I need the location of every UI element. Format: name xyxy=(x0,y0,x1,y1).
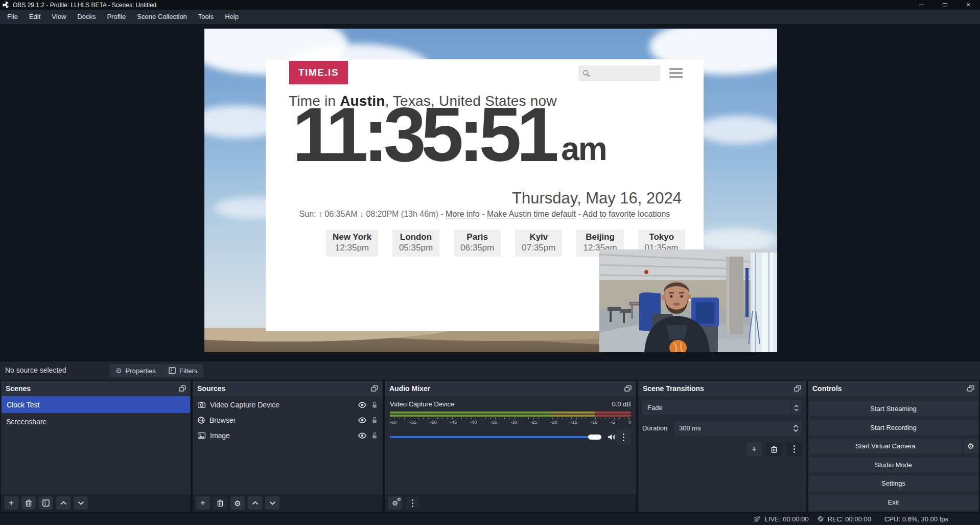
menu-scene-collection[interactable]: Scene Collection xyxy=(131,10,193,24)
move-scene-up-button[interactable] xyxy=(56,496,71,510)
studio-mode-button[interactable]: Studio Mode xyxy=(809,458,978,472)
mixer-channel-menu-button[interactable] xyxy=(616,429,631,445)
double-gear-icon: ⚙⚙ xyxy=(392,499,398,507)
scene-transitions-panel: Scene Transitions Fade Duration 300 ms + xyxy=(638,381,806,512)
duration-label: Duration xyxy=(642,424,674,432)
filter-icon xyxy=(42,499,50,507)
sources-header: Sources xyxy=(193,381,383,396)
program-video[interactable]: TIME.IS Time in Austin, Texas, United St… xyxy=(204,29,777,352)
gear-icon: ⚙ xyxy=(115,367,122,374)
start-streaming-button[interactable]: Start Streaming xyxy=(809,401,978,416)
lock-icon[interactable] xyxy=(371,401,378,408)
transition-properties-button[interactable] xyxy=(786,442,802,456)
mixer-menu-button[interactable] xyxy=(405,496,419,510)
webcam-source[interactable] xyxy=(599,249,777,352)
minimize-button[interactable] xyxy=(909,0,933,10)
move-scene-down-button[interactable] xyxy=(74,496,88,510)
start-recording-button[interactable]: Start Recording xyxy=(809,420,978,435)
volume-slider[interactable] xyxy=(390,436,601,438)
camera-icon xyxy=(198,402,205,408)
settings-button[interactable]: Settings xyxy=(809,476,978,491)
stream-inactive-icon xyxy=(753,516,761,522)
trash-icon xyxy=(217,499,223,507)
meter-scale: -60-55-50-45-40-35-30-25-20-15-10-50 xyxy=(390,420,631,425)
start-virtual-camera-button[interactable]: Start Virtual Camera xyxy=(809,439,962,453)
close-button[interactable]: ✕ xyxy=(956,0,980,10)
menu-view[interactable]: View xyxy=(46,10,72,24)
restore-icon xyxy=(943,3,947,7)
add-scene-button[interactable]: + xyxy=(4,496,18,510)
spin-arrows[interactable] xyxy=(793,425,799,432)
timeis-logo: TIME.IS xyxy=(289,61,348,84)
sun-info-line: Sun: ↑ 06:35AM ↓ 08:20PM (13h 46m) - Mor… xyxy=(266,210,704,219)
hamburger-menu-icon xyxy=(669,68,683,78)
lock-icon[interactable] xyxy=(371,432,378,439)
advanced-audio-button[interactable]: ⚙⚙ xyxy=(388,496,402,510)
exit-button[interactable]: Exit xyxy=(809,495,978,510)
source-context-toolbar: No source selected ⚙ Properties Filters xyxy=(0,361,980,380)
minimize-icon xyxy=(919,5,924,5)
sources-toolbar: + ⚙ xyxy=(193,494,383,512)
add-transition-button[interactable]: + xyxy=(746,442,762,456)
source-item-browser[interactable]: Browser xyxy=(193,413,383,428)
menu-profile[interactable]: Profile xyxy=(101,10,131,24)
mixer-toolbar: ⚙⚙ xyxy=(385,494,636,512)
webcam-video xyxy=(599,249,777,352)
volume-slider-handle[interactable] xyxy=(588,435,601,440)
controls-panel: Controls Start Streaming Start Recording… xyxy=(808,381,979,512)
time-digits: 11:35:51 xyxy=(292,103,554,166)
source-item-video-capture[interactable]: Video Capture Device xyxy=(193,397,383,413)
cpu-fps-status: CPU: 0.6%, 30.00 fps xyxy=(884,515,948,523)
visibility-eye-icon[interactable] xyxy=(358,402,367,408)
transition-select[interactable]: Fade xyxy=(642,400,802,415)
remove-scene-button[interactable] xyxy=(21,496,36,510)
virtual-camera-config-button[interactable]: ⚙ xyxy=(964,439,978,453)
source-item-image[interactable]: Image xyxy=(193,428,383,443)
kebab-menu-icon xyxy=(623,433,624,441)
filters-button[interactable]: Filters xyxy=(162,364,203,377)
current-date: Thursday, May 16, 2024 xyxy=(512,189,682,208)
move-source-up-button[interactable] xyxy=(248,496,262,510)
add-source-button[interactable]: + xyxy=(196,496,210,510)
maximize-button[interactable] xyxy=(933,0,956,10)
visibility-eye-icon[interactable] xyxy=(358,417,367,423)
visibility-eye-icon[interactable] xyxy=(358,432,367,439)
rec-status: REC: 00:00:00 xyxy=(817,515,871,523)
chevron-up-icon xyxy=(252,501,259,505)
city-box: London05:35pm xyxy=(392,230,439,257)
transitions-header: Scene Transitions xyxy=(638,381,806,396)
source-properties-button[interactable]: ⚙ xyxy=(230,496,245,510)
properties-button[interactable]: ⚙ Properties xyxy=(109,364,162,377)
chevron-down-icon xyxy=(78,501,84,505)
status-bar: LIVE: 00:00:00 REC: 00:00:00 CPU: 0.6%, … xyxy=(0,513,980,525)
lock-icon[interactable] xyxy=(371,417,378,424)
scene-item-clock-test[interactable]: Clock Test xyxy=(2,396,190,413)
move-source-down-button[interactable] xyxy=(265,496,279,510)
remove-source-button[interactable] xyxy=(213,496,227,510)
menu-tools[interactable]: Tools xyxy=(193,10,219,24)
menu-docks[interactable]: Docks xyxy=(72,10,101,24)
dock-popout-icon xyxy=(624,385,632,392)
audio-mixer-header: Audio Mixer xyxy=(385,381,636,396)
menu-help[interactable]: Help xyxy=(219,10,244,24)
scene-item-screenshare[interactable]: Screenshare xyxy=(1,413,191,430)
controls-body: Start Streaming Start Recording Start Vi… xyxy=(808,396,979,512)
audio-mixer-panel: Audio Mixer Video Capture Device 0.0 dB … xyxy=(385,381,636,512)
scenes-list: Clock Test Screenshare xyxy=(1,396,191,494)
speaker-icon[interactable] xyxy=(608,433,616,441)
sources-list: Video Capture Device Browser Image xyxy=(193,396,383,494)
make-default-link: Make Austin time default xyxy=(487,210,576,219)
preview-canvas[interactable]: TIME.IS Time in Austin, Texas, United St… xyxy=(0,24,980,361)
duration-spinbox[interactable]: 300 ms xyxy=(674,421,802,436)
menu-file[interactable]: File xyxy=(2,10,24,24)
scene-filters-button[interactable] xyxy=(39,496,53,510)
live-status: LIVE: 00:00:00 xyxy=(753,515,809,523)
scenes-toolbar: + xyxy=(1,494,191,512)
chevron-up-icon xyxy=(793,425,799,428)
kebab-menu-icon xyxy=(794,445,795,453)
transitions-body: Fade Duration 300 ms + xyxy=(638,396,806,512)
menu-edit[interactable]: Edit xyxy=(24,10,46,24)
cloud-decor xyxy=(695,228,777,252)
chevron-up-icon xyxy=(794,405,799,407)
remove-transition-button[interactable] xyxy=(766,442,782,456)
